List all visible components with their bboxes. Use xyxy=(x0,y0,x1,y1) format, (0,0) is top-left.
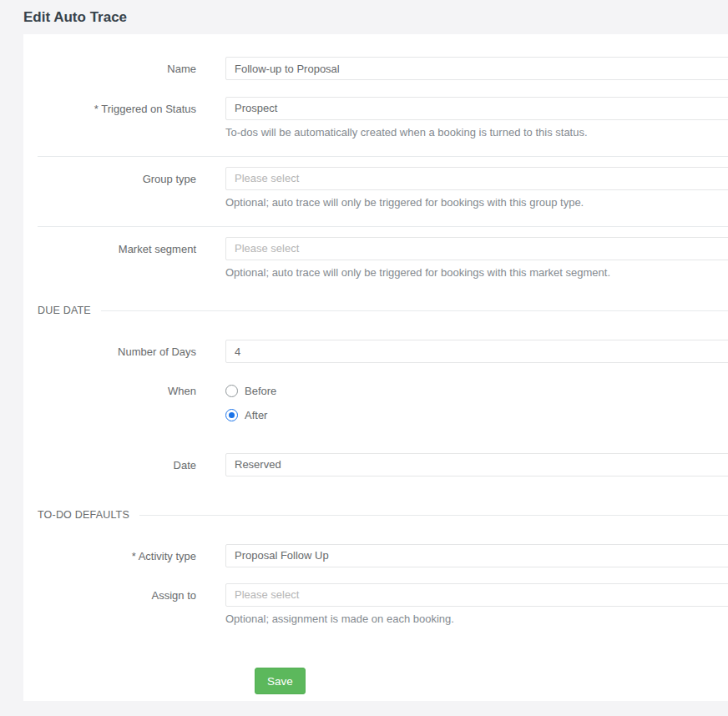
page-header: Edit Auto Trace xyxy=(0,0,728,34)
section-due-date-title: DUE DATE xyxy=(38,305,91,316)
form-row-name: Name xyxy=(23,57,728,80)
activity-type-value: Proposal Follow Up xyxy=(235,549,329,562)
when-label: When xyxy=(23,383,225,397)
before-radio[interactable] xyxy=(225,385,238,397)
section-due-date: DUE DATE xyxy=(38,305,728,316)
triggered-on-status-col: Prospect To-dos will be automatically cr… xyxy=(225,97,728,139)
when-option-after[interactable]: After xyxy=(225,407,728,422)
section-divider-line xyxy=(101,310,728,311)
group-type-placeholder: Please select xyxy=(235,172,299,184)
section-todo-defaults: TO-DO DEFAULTS xyxy=(38,509,728,521)
assign-to-select[interactable]: Please select xyxy=(225,583,728,607)
number-of-days-input[interactable] xyxy=(225,340,728,363)
name-input-col xyxy=(225,57,728,80)
group-type-col: Please select Optional; auto trace will … xyxy=(225,167,728,209)
after-radio-label: After xyxy=(245,409,267,421)
triggered-on-status-label: * Triggered on Status xyxy=(23,97,225,115)
group-type-select[interactable]: Please select xyxy=(225,167,728,190)
group-type-help: Optional; auto trace will only be trigge… xyxy=(225,196,728,209)
save-button[interactable]: Save xyxy=(255,668,306,694)
edit-auto-trace-form: Name * Triggered on Status Prospect To-d… xyxy=(23,34,728,701)
date-value: Reserved xyxy=(235,458,281,471)
activity-type-label: * Activity type xyxy=(23,544,225,562)
before-radio-label: Before xyxy=(245,385,276,397)
divider xyxy=(38,156,728,157)
form-row-triggered-on-status: * Triggered on Status Prospect To-dos wi… xyxy=(23,97,728,139)
form-row-activity-type: * Activity type Proposal Follow Up xyxy=(23,544,728,567)
market-segment-help: Optional; auto trace will only be trigge… xyxy=(225,266,728,280)
activity-type-col: Proposal Follow Up xyxy=(225,544,728,567)
triggered-on-status-help: To-dos will be automatically created whe… xyxy=(225,126,728,139)
market-segment-select[interactable]: Please select xyxy=(225,237,728,260)
number-of-days-label: Number of Days xyxy=(23,340,225,358)
divider xyxy=(38,226,728,227)
date-label: Date xyxy=(23,453,225,471)
form-row-when: When Before After xyxy=(23,383,728,431)
when-option-before[interactable]: Before xyxy=(225,383,728,398)
form-row-assign-to: Assign to Please select Optional; assign… xyxy=(23,583,728,626)
form-row-date: Date Reserved xyxy=(23,453,728,476)
assign-to-placeholder: Please select xyxy=(235,588,299,601)
market-segment-col: Please select Optional; auto trace will … xyxy=(225,237,728,280)
assign-to-label: Assign to xyxy=(23,583,225,602)
triggered-on-status-select[interactable]: Prospect xyxy=(225,97,728,120)
name-label: Name xyxy=(23,57,225,75)
assign-to-col: Please select Optional; assignment is ma… xyxy=(225,583,728,626)
number-of-days-col xyxy=(225,340,728,363)
market-segment-placeholder: Please select xyxy=(235,242,299,255)
when-col: Before After xyxy=(225,383,728,431)
section-divider-line xyxy=(139,515,728,516)
form-row-group-type: Group type Please select Optional; auto … xyxy=(23,167,728,209)
section-todo-defaults-title: TO-DO DEFAULTS xyxy=(38,509,129,521)
triggered-on-status-value: Prospect xyxy=(235,102,277,114)
date-col: Reserved xyxy=(225,453,728,476)
group-type-label: Group type xyxy=(23,167,225,185)
assign-to-help: Optional; assignment is made on each boo… xyxy=(225,613,728,626)
date-select[interactable]: Reserved xyxy=(225,453,728,476)
save-row: Save xyxy=(23,668,728,694)
after-radio[interactable] xyxy=(225,409,238,421)
market-segment-label: Market segment xyxy=(23,237,225,255)
name-input[interactable] xyxy=(225,57,728,80)
page-title: Edit Auto Trace xyxy=(23,9,728,26)
form-row-market-segment: Market segment Please select Optional; a… xyxy=(23,237,728,280)
activity-type-select[interactable]: Proposal Follow Up xyxy=(225,544,728,567)
form-row-number-of-days: Number of Days xyxy=(23,340,728,363)
